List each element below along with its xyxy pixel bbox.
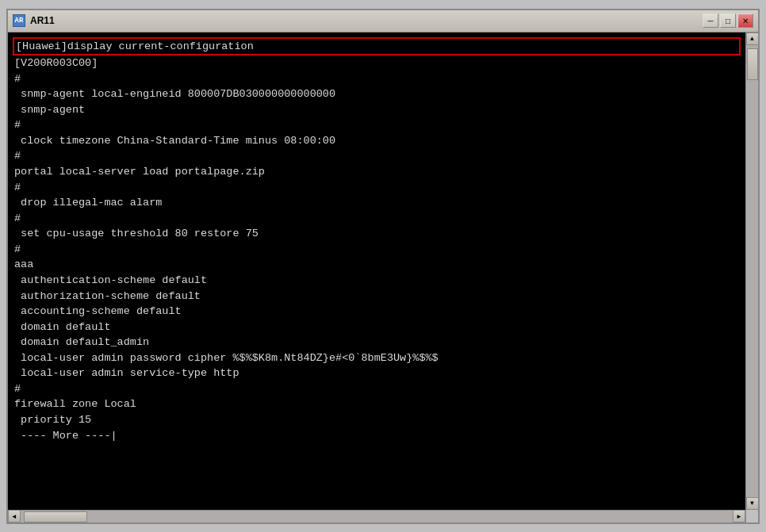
terminal-line: local-user admin service-type http xyxy=(14,366,739,381)
scroll-left-button[interactable]: ◄ xyxy=(8,510,21,522)
terminal-line: # xyxy=(14,180,739,196)
scroll-down-button[interactable]: ▼ xyxy=(746,497,759,510)
terminal-line: domain default_admin xyxy=(14,335,739,350)
terminal-line: [Huawei]display current-configuration xyxy=(14,37,739,56)
scrollbar-corner xyxy=(745,510,758,522)
terminal-output[interactable]: [Huawei]display current-configuration[V2… xyxy=(8,33,745,510)
terminal-line: # xyxy=(14,117,739,133)
terminal-line: [V200R003C00] xyxy=(14,55,739,71)
terminal-line: priority 15 xyxy=(14,412,739,428)
hscroll-track[interactable] xyxy=(21,511,733,522)
terminal-line: authentication-scheme default xyxy=(14,273,739,289)
terminal-line: aaa xyxy=(14,257,739,273)
terminal-line: domain default xyxy=(14,320,739,335)
terminal-line: local-user admin password cipher %$%$K8m… xyxy=(14,350,739,366)
terminal-line: authorization-scheme default xyxy=(14,289,739,304)
main-window: AR AR11 ─ □ ✕ [Huawei]display current-co… xyxy=(6,9,760,524)
scroll-thumb[interactable] xyxy=(747,48,758,80)
terminal-line: ---- More ----| xyxy=(14,428,739,444)
hscroll-thumb[interactable] xyxy=(24,511,87,522)
titlebar-left: AR AR11 xyxy=(13,14,55,27)
window-controls: ─ □ ✕ xyxy=(703,13,753,28)
terminal-line: clock timezone China-Standard-Time minus… xyxy=(14,133,739,149)
terminal-line: firewall zone Local xyxy=(14,396,739,412)
app-icon: AR xyxy=(13,14,25,27)
terminal-line: set cpu-usage threshold 80 restore 75 xyxy=(14,226,739,242)
terminal-line: snmp-agent xyxy=(14,102,739,118)
terminal-line: # xyxy=(14,148,739,164)
content-area: [Huawei]display current-configuration[V2… xyxy=(8,33,758,510)
scroll-right-button[interactable]: ► xyxy=(733,510,745,522)
titlebar: AR AR11 ─ □ ✕ xyxy=(8,10,758,33)
terminal-line: # xyxy=(14,242,739,258)
scroll-track[interactable] xyxy=(746,45,758,497)
terminal-line: snmp-agent local-engineid 800007DB030000… xyxy=(14,86,739,102)
maximize-button[interactable]: □ xyxy=(720,13,736,28)
terminal-line: portal local-server load portalpage.zip xyxy=(14,164,739,180)
close-button[interactable]: ✕ xyxy=(737,13,753,28)
window-title: AR11 xyxy=(30,15,55,26)
terminal-line: # xyxy=(14,71,739,87)
terminal-line: # xyxy=(14,211,739,227)
vertical-scrollbar[interactable]: ▲ ▼ xyxy=(745,33,758,510)
scroll-up-button[interactable]: ▲ xyxy=(746,33,759,45)
terminal-line: drop illegal-mac alarm xyxy=(14,195,739,211)
horizontal-scrollbar[interactable]: ◄ ► xyxy=(8,510,758,522)
minimize-button[interactable]: ─ xyxy=(703,13,718,28)
terminal-line: # xyxy=(14,381,739,397)
terminal-line: accounting-scheme default xyxy=(14,304,739,320)
